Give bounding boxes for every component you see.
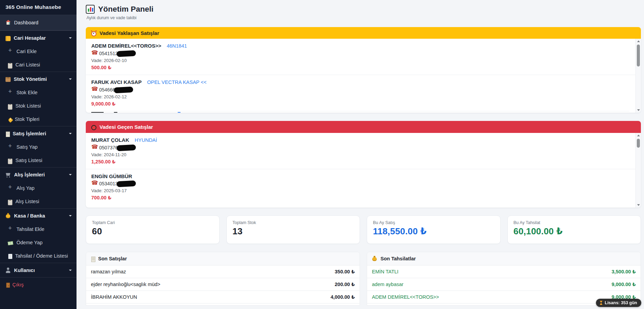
recent-collections-table: Son Tahsilatlar EMİN TATLI 3,500.00 ₺ ad… [367,252,641,306]
house-icon [5,20,11,25]
scrollbar-thumb[interactable] [637,139,640,148]
page-subtitle: Aylık durum ve vade takibi [86,15,641,20]
sidebar-group-label: Cari Hesaplar [14,35,46,41]
package-icon [5,77,11,82]
sidebar-item-tahsilat-odeme-listesi[interactable]: Tahsilat / Ödeme Listesi [0,249,77,263]
vehicle-link[interactable]: OPEL VECTRA KASAP << [147,79,207,86]
plus-icon [8,227,13,232]
sidebar-item-alis-listesi[interactable]: Alış Listesi [0,195,77,208]
chevron-down-icon [69,174,72,175]
table-row: adem aybasar 9,000.00 ₺ [367,278,641,291]
sidebar-item-tahsilat-ekle[interactable]: Tahsilat Ekle [0,223,77,236]
stat-label: Bu Ay Tahsilat [514,220,635,225]
amount: 9,000.00 ₺ [91,100,629,108]
recent-collections-header: Son Tahsilatlar [367,252,641,265]
overdue-sales-list: MURAT ÇOLAK HYUNDAİ 0507376 Vade: 2024-1… [86,133,641,208]
panel-title: Vadesi Geçen Satışlar [99,124,153,130]
due-date: Vade: 2026-02-10 [91,57,629,64]
sidebar-item-logout[interactable]: Çıkış [0,277,77,292]
due-date: Vade: 2024-11-20 [91,151,629,158]
customer-name: ADEM DEMİREL<<TOROS>> [91,42,161,49]
sidebar-item-label: Stok Listesi [15,103,72,109]
page-title: Yönetim Paneli [98,5,153,14]
phone-number: 0534013 [99,180,118,187]
stat-value: 118,550.00 ₺ [373,226,494,237]
phone-icon [91,145,97,150]
sidebar-group-toggle-alis-islemleri[interactable]: Alış İşlemleri [0,168,77,182]
phone-redaction [116,144,136,151]
stat-card-bu-ay-tahsilat: Bu Ay Tahsilat 60,100.00 ₺ [507,215,641,244]
table-title: Son Satışlar [98,256,127,261]
table-row: EMİN TATLI 3,500.00 ₺ [367,265,641,278]
sidebar-item-label: Tahsilat Ekle [16,226,72,233]
recent-sales-header: Son Satışlar [86,252,360,265]
panel-title: Vadesi Yaklaşan Satışlar [99,30,159,36]
stat-label: Bu Ay Satış [373,220,494,225]
stat-card-toplam-stok: Toplam Stok 13 [226,215,360,244]
sidebar-group-label: Kasa / Banka [14,213,45,219]
scrollbar-thumb[interactable] [637,45,640,66]
sidebar-group-label: Kullanıcı [14,268,35,273]
phone-icon [91,51,97,56]
phone-icon [91,87,97,92]
sidebar-item-label: Çıkış [12,282,24,287]
vertical-scrollbar[interactable] [635,133,641,208]
sidebar-item-label: Cari Listesi [15,62,72,68]
customer-name: FARUK AVCI KASAP [91,78,142,86]
overdue-sale-entry: ENGİN GÜMBÜR 0534013 Vade: 2025-03-17 70… [86,169,641,205]
sidebar-group-alis-islemleri: Alış İşlemleri Alış Yap Alış Listesi [0,167,77,208]
due-date: Vade: 2026-02-12 [91,94,629,100]
vehicle-link[interactable]: HYUNDAİ [135,137,157,144]
sidebar-item-satis-listesi[interactable]: Satış Listesi [0,154,77,167]
sale-customer: ejder reyhanlıoğlu<saglık müd> [91,282,160,287]
amount: 500.00 ₺ [91,64,629,71]
scroll-up-icon[interactable] [636,39,641,44]
sidebar-group-label: Stok Yönetimi [14,76,47,82]
scroll-up-icon[interactable] [636,133,641,138]
due-sale-entry: ADEM DEMİREL<<TOROS>> 46N1841 0541512 Va… [86,39,641,75]
sidebar-item-stok-ekle[interactable]: Stok Ekle [0,86,77,99]
scroll-down-icon[interactable] [636,202,641,208]
phone-row: 0541512 [91,50,629,57]
sidebar-item-cari-listesi[interactable]: Cari Listesi [0,58,77,72]
collection-customer: ADEM DEMİREL<<TOROS>> [372,294,439,300]
sidebar-item-cari-ekle[interactable]: Cari Ekle [0,45,77,58]
sidebar-group-satis-islemleri: Satış İşlemleri Satış Yap Satış Listesi [0,126,77,167]
stat-value: 60,100.00 ₺ [514,226,635,237]
sidebar: 365 Online Muhasebe Dashboard Cari Hesap… [0,0,77,309]
table-row: ramazan yılmaz 350.00 ₺ [86,265,360,278]
sidebar-item-stok-tipleri[interactable]: Stok Tipleri [0,113,77,126]
sidebar-group-toggle-kullanici[interactable]: Kullanıcı [0,263,77,277]
sidebar-item-label: Alış Yap [16,185,72,191]
sale-amount: 350.00 ₺ [335,269,355,274]
sidebar-group-toggle-stok-yonetimi[interactable]: Stok Yönetimi [0,72,77,86]
sidebar-item-stok-listesi[interactable]: Stok Listesi [0,99,77,113]
chevron-down-icon [69,78,72,80]
sidebar-group-toggle-satis-islemleri[interactable]: Satış İşlemleri [0,126,77,140]
sidebar-item-odeme-yap[interactable]: Ödeme Yap [0,236,77,249]
sidebar-item-dashboard[interactable]: Dashboard [0,15,77,30]
plus-icon [8,145,13,150]
money-bag-icon [5,213,11,219]
clipboard-icon [8,104,12,110]
sidebar-group-toggle-kasa-banka[interactable]: Kasa / Banka [0,209,77,223]
stat-label: Toplam Stok [233,220,354,225]
scroll-down-icon[interactable] [636,107,641,113]
collection-amount: 3,500.00 ₺ [611,269,636,274]
page-icon [8,254,12,259]
receipt-icon [6,132,10,137]
collection-customer: EMİN TATLI [372,269,398,274]
due-date: Vade: 2025-03-17 [91,187,629,194]
sale-amount: 200.00 ₺ [335,282,355,287]
vehicle-link[interactable]: 46N1841 [167,42,187,50]
recent-sales-table: Son Satışlar ramazan yılmaz 350.00 ₺ ejd… [86,252,360,306]
sidebar-item-satis-yap[interactable]: Satış Yap [0,140,77,154]
collection-amount: 9,000.00 ₺ [611,282,636,287]
sidebar-group-label: Satış İşlemleri [13,131,46,136]
sidebar-item-alis-yap[interactable]: Alış Yap [0,182,77,195]
sale-amount: 4,000.00 ₺ [330,294,355,300]
sale-customer: ramazan yılmaz [91,269,126,274]
sidebar-item-label: Alış Listesi [15,198,72,205]
sidebar-group-toggle-cari-hesaplar[interactable]: Cari Hesaplar [0,31,77,45]
vertical-scrollbar[interactable] [635,39,641,113]
